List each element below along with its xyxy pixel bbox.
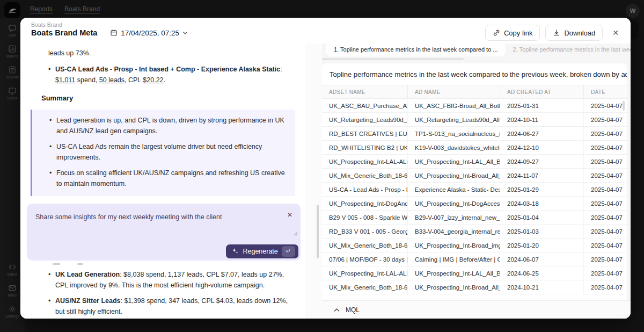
table-cell: UK_Mix_Generic_Both_18-65+_ — [322, 169, 408, 182]
table-cell: US-CA - Lead Ads - Prosp - Des — [322, 183, 408, 196]
document-intro-line: leads up 73%. — [41, 48, 295, 59]
table-row[interactable]: UK_Prospecting_Int-LAL-ALL__UK_Prospecti… — [322, 266, 627, 280]
table-cell: TP1-S-013_na_socialnucleus_re — [408, 127, 500, 140]
table-cell: B29-V-007_izzy_internal_new_u — [408, 211, 500, 224]
column-header-ad-created-at[interactable]: AD CREATED AT — [500, 85, 584, 98]
link-icon — [493, 29, 500, 37]
table-vertical-scrollbar[interactable] — [623, 101, 625, 111]
table-cell: 2024-11-07 — [500, 169, 584, 182]
clipped-text-fragment — [77, 263, 83, 265]
column-header-ad-name[interactable]: AD NAME — [408, 85, 500, 98]
download-icon — [553, 29, 560, 37]
modal-close-icon[interactable]: ✕ — [610, 26, 621, 39]
table-cell: 2025-04-07 — [584, 197, 627, 210]
table-row[interactable]: UK_Mix_Generic_Both_18-65+_UK_Prospectin… — [322, 280, 627, 294]
lead-ads-bullet: US-CA Lead Ads - Prosp - Int based + Com… — [41, 64, 295, 85]
table-row[interactable]: B29 V 005 - 008 - Sparkle WomB29-V-007_i… — [322, 211, 627, 225]
tabs-scrollbar[interactable] — [322, 58, 464, 60]
table-cell: UK_ASC_BAU_Purchase_ABO_2 — [322, 99, 408, 112]
resize-handle-icon[interactable] — [292, 230, 298, 236]
table-cell: UK_Retargeting_Leads90d_Both — [322, 113, 408, 126]
table-cell: UK_Prospecting_Int-DogAndAni — [322, 197, 408, 210]
regenerate-button[interactable]: Regenerate ↵ — [226, 244, 298, 258]
report-tabs: 1. Topline performance metrics in the la… — [326, 42, 631, 56]
table-cell: 07/06 | MOF/BOF - 30 days | UK — [322, 252, 408, 266]
mql-section-toggle[interactable]: MQL — [322, 300, 631, 319]
spend-link[interactable]: $1,011 — [55, 76, 75, 84]
column-header-date[interactable]: DATE — [584, 85, 627, 98]
chevron-up-icon — [334, 308, 340, 312]
table-row[interactable]: UK_Mix_Generic_Both_18-65+_UK_Prospectin… — [322, 239, 627, 252]
table-cell: 2024-10-21 — [500, 280, 584, 294]
table-cell: 2024-06-07 — [500, 252, 584, 266]
leads-link[interactable]: 50 leads — [99, 76, 125, 84]
lead-ads-name: US-CA Lead Ads - Prosp - Int based + Com… — [55, 66, 280, 73]
table-cell: RD_BEST CREATIVES | EUROPE — [322, 127, 408, 140]
table-cell: UK_Prospecting_Int-DogAccess — [408, 197, 500, 210]
table-row[interactable]: 07/06 | MOF/BOF - 30 days | UKCalming | … — [322, 252, 627, 266]
table-row[interactable]: UK_Prospecting_Int-DogAndAniUK_Prospecti… — [322, 197, 627, 211]
campaign-bullet: UK Lead Generation: $8,038 spend, 1,137 … — [41, 269, 295, 291]
summary-bullet: Lead generation is up, and CPL is down, … — [42, 115, 290, 136]
cpl-link[interactable]: $20.22 — [143, 76, 163, 84]
report-table-card: Topline performance metrics in the last … — [322, 63, 627, 302]
table-cell: 2025-04-07 — [584, 280, 627, 294]
summary-highlight-block: Lead generation is up, and CPL is down, … — [31, 110, 295, 196]
report-tab-2[interactable]: 2. Topline performance metrics in the la… — [506, 42, 631, 56]
enter-key-badge: ↵ — [282, 246, 295, 257]
table-cell: 2025-04-07 — [584, 211, 627, 224]
table-cell: 2025-04-07 — [584, 141, 627, 154]
table-body: UK_ASC_BAU_Purchase_ABO_2UK_ASC_FBIG-Bro… — [322, 99, 627, 294]
table-row[interactable]: UK_ASC_BAU_Purchase_ABO_2UK_ASC_FBIG-Bro… — [322, 99, 627, 113]
table-cell: UK_Prospecting_Int-Broad_All_ — [408, 280, 500, 294]
report-panel: 1. Topline performance metrics in the la… — [322, 41, 631, 319]
table-cell: 2024-10-11 — [500, 113, 584, 126]
table-row[interactable]: RD_WHITELISTING B2 | UK,IE - AK19-V-003_… — [322, 141, 627, 155]
document-panel[interactable]: leads up 73%. US-CA Lead Ads - Prosp - I… — [20, 44, 305, 319]
table-header-row: ADSET NAME AD NAME AD CREATED AT DATE — [322, 85, 627, 99]
summary-bullet: Focus on scaling efficient UK/AUS/NZ cam… — [42, 168, 290, 189]
table-row[interactable]: US-CA - Lead Ads - Prosp - DesExperience… — [322, 183, 627, 197]
table-cell: 2025-04-07 — [584, 266, 627, 280]
table-row[interactable]: RD_B33 V 001 - 005 - Georgia CB33-V-004_… — [322, 225, 627, 239]
copy-link-label: Copy link — [504, 29, 532, 37]
prompt-box[interactable]: Share some insights for my next weekly m… — [27, 204, 301, 261]
table-cell: 2025-04-07 — [584, 99, 627, 112]
table-cell: RD_B33 V 001 - 005 - Georgia C — [322, 225, 408, 238]
table-row[interactable]: UK_Mix_Generic_Both_18-65+_UK_Prospectin… — [322, 169, 627, 183]
table-cell: 2025-04-07 — [584, 225, 627, 238]
document-scrollbar[interactable] — [317, 205, 319, 258]
table-cell: UK_Prospecting_Int-LAL-ALL__ — [322, 155, 408, 168]
table-cell: 2025-04-07 — [584, 127, 627, 140]
table-cell: 2024-09-27 — [500, 155, 584, 168]
table-cell: UK_ASC_FBIG-Broad_All_Both_ — [408, 99, 500, 112]
table-cell: 2025-04-07 — [584, 169, 627, 182]
table-cell: 2025-01-29 — [500, 183, 584, 196]
campaign-bullet-list: UK Lead Generation: $8,038 spend, 1,137 … — [41, 269, 295, 317]
prompt-close-icon[interactable]: ✕ — [286, 208, 294, 222]
table-cell: 2024-03-18 — [500, 197, 584, 210]
prompt-input[interactable]: Share some insights for my next weekly m… — [35, 212, 292, 222]
table-row[interactable]: RD_BEST CREATIVES | EUROPETP1-S-013_na_s… — [322, 127, 627, 141]
table-cell: UK_Prospecting_Int-LAL_All_Bo — [408, 266, 500, 280]
table-cell: B33-V-004_georgia_internal_re — [408, 225, 500, 238]
column-header-adset-name[interactable]: ADSET NAME — [322, 85, 408, 98]
panel-gutter — [305, 44, 322, 319]
table-title: Topline performance metrics in the last … — [322, 63, 627, 85]
table-row[interactable]: UK_Prospecting_Int-LAL-ALL__UK_Prospecti… — [322, 155, 627, 169]
date-value: 17/04/2025, 07:25 — [121, 29, 179, 37]
table-cell: 2025-04-07 — [584, 155, 627, 168]
table-row[interactable]: UK_Retargeting_Leads90d_BothUK_Retargeti… — [322, 113, 627, 127]
summary-heading: Summary — [41, 93, 295, 104]
campaign-bullet: AUS/NZ Sitter Leads: $1,398 spend, 347 l… — [41, 295, 295, 317]
table-cell: Calming | IMG | Before/After | Go — [408, 252, 500, 266]
calendar-icon — [110, 29, 118, 37]
table-cell: K19-V-003_davidstokes_whitelis — [408, 141, 500, 154]
report-tab-1[interactable]: 1. Topline performance metrics in the la… — [326, 42, 506, 56]
download-button[interactable]: Download — [545, 25, 603, 41]
copy-link-button[interactable]: Copy link — [485, 25, 540, 41]
table-cell: B29 V 005 - 008 - Sparkle Wom — [322, 211, 408, 224]
date-picker[interactable]: 17/04/2025, 07:25 — [110, 29, 188, 37]
table-cell: 2025-04-07 — [584, 183, 627, 196]
summary-bullet: US-CA Lead Ads remain the largest volume… — [42, 141, 290, 163]
